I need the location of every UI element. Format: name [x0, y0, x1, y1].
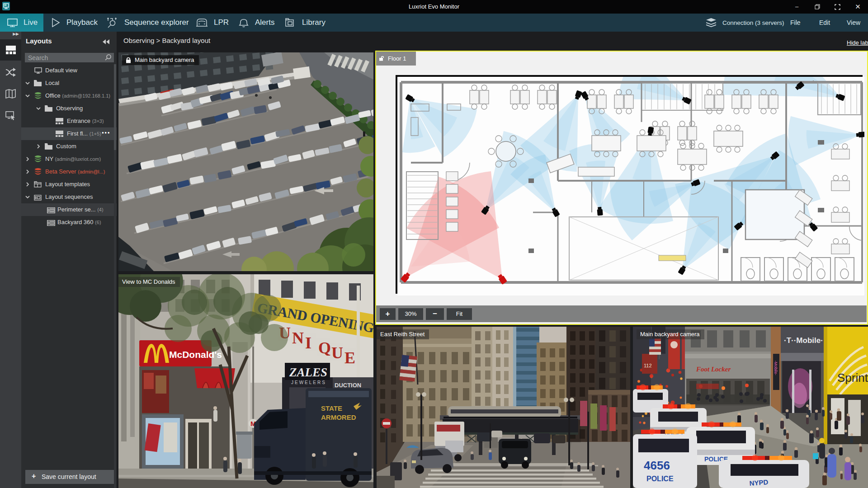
svg-text:·T··Mobile·: ·T··Mobile· — [784, 336, 823, 345]
svg-text:I: I — [305, 334, 311, 352]
svg-text:Q: Q — [318, 339, 331, 357]
svg-text:DUCTION: DUCTION — [335, 382, 361, 389]
svg-text:Sprint: Sprint — [837, 371, 868, 385]
svg-text:4656: 4656 — [644, 459, 670, 472]
svg-text:U: U — [331, 344, 343, 362]
svg-text:ARMORED: ARMORED — [321, 413, 356, 421]
svg-text:112: 112 — [644, 363, 652, 368]
svg-text:E: E — [344, 349, 355, 367]
svg-text:ZALES: ZALES — [289, 366, 327, 379]
svg-text:JEWELERS: JEWELERS — [291, 380, 326, 385]
svg-text:Foot Locker: Foot Locker — [696, 366, 731, 373]
svg-text:-Mobile-: -Mobile- — [774, 361, 778, 375]
svg-text:POLICE: POLICE — [646, 475, 674, 483]
svg-text:NYPD: NYPD — [749, 478, 769, 487]
svg-text:STATE: STATE — [321, 404, 342, 412]
svg-text:N: N — [292, 329, 304, 347]
